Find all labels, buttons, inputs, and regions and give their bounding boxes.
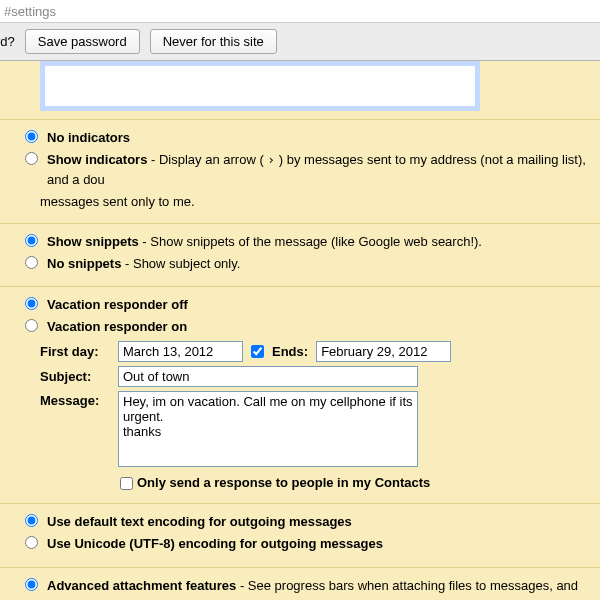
signature-textarea[interactable] — [40, 61, 480, 111]
subject-label: Subject: — [40, 367, 110, 387]
section-vacation: Vacation responder off Vacation responde… — [0, 286, 600, 503]
encoding-unicode-label: Use Unicode (UTF-8) encoding for outgoin… — [47, 534, 383, 554]
ends-input[interactable] — [316, 341, 451, 362]
radio-no-snippets[interactable] — [25, 256, 38, 269]
save-password-button[interactable]: Save password — [25, 29, 140, 54]
subject-input[interactable] — [118, 366, 418, 387]
radio-show-snippets[interactable] — [25, 234, 38, 247]
radio-vacation-off[interactable] — [25, 297, 38, 310]
show-snippets-label: Show snippets — [47, 234, 139, 249]
ends-checkbox[interactable] — [251, 345, 264, 358]
radio-show-indicators[interactable] — [25, 152, 38, 165]
first-day-input[interactable] — [118, 341, 243, 362]
url-bar[interactable]: #settings — [0, 0, 600, 23]
radio-attach-advanced[interactable] — [25, 578, 38, 591]
vacation-off-label: Vacation responder off — [47, 295, 188, 315]
show-indicators-line2: messages sent only to me. — [40, 192, 590, 212]
section-snippets: Show snippets - Show snippets of the mes… — [0, 223, 600, 286]
settings-body: No indicators Show indicators - Display … — [0, 61, 600, 600]
section-attachments: Advanced attachment features - See progr… — [0, 567, 600, 600]
no-snippets-label: No snippets — [47, 256, 121, 271]
radio-vacation-on[interactable] — [25, 319, 38, 332]
contacts-only-checkbox[interactable] — [120, 477, 133, 490]
section-encoding: Use default text encoding for outgoing m… — [0, 503, 600, 566]
show-indicators-text: Show indicators - Display an arrow ( › )… — [47, 150, 590, 190]
password-prompt-bar: rd? Save password Never for this site — [0, 23, 600, 61]
contacts-only-label: Only send a response to people in my Con… — [137, 473, 430, 493]
encoding-default-label: Use default text encoding for outgoing m… — [47, 512, 352, 532]
first-day-label: First day: — [40, 342, 110, 362]
password-prompt-text: rd? — [0, 34, 15, 49]
radio-no-indicators[interactable] — [25, 130, 38, 143]
never-for-site-button[interactable]: Never for this site — [150, 29, 277, 54]
radio-encoding-unicode[interactable] — [25, 536, 38, 549]
radio-encoding-default[interactable] — [25, 514, 38, 527]
vacation-on-label: Vacation responder on — [47, 317, 187, 337]
no-indicators-label: No indicators — [47, 128, 130, 148]
message-textarea[interactable]: Hey, im on vacation. Call me on my cellp… — [118, 391, 418, 467]
arrow-icon: › — [267, 152, 275, 167]
message-label: Message: — [40, 391, 110, 411]
attach-advanced-label: Advanced attachment features — [47, 578, 236, 593]
url-fragment: #settings — [4, 4, 56, 19]
show-indicators-label: Show indicators — [47, 152, 147, 167]
page-root: #settings rd? Save password Never for th… — [0, 0, 600, 600]
section-indicators: No indicators Show indicators - Display … — [0, 119, 600, 223]
ends-label: Ends: — [272, 342, 308, 362]
